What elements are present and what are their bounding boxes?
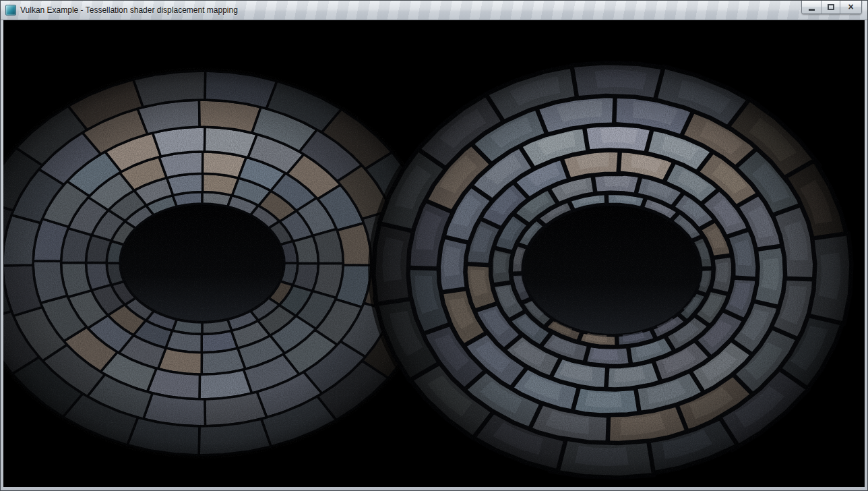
maximize-button[interactable] — [821, 1, 840, 13]
close-icon: × — [848, 2, 853, 11]
window-title: Vulkan Example - Tessellation shader dis… — [20, 5, 238, 15]
app-icon — [5, 5, 16, 16]
close-button[interactable]: × — [840, 1, 861, 13]
minimize-icon — [809, 9, 815, 11]
titlebar[interactable]: Vulkan Example - Tessellation shader dis… — [1, 1, 867, 20]
window-controls: × — [801, 1, 862, 14]
window-frame — [1, 20, 867, 490]
minimize-button[interactable] — [802, 1, 821, 13]
render-scene — [3, 20, 865, 487]
app-window: Vulkan Example - Tessellation shader dis… — [0, 0, 868, 491]
render-viewport[interactable] — [3, 20, 865, 487]
maximize-icon — [828, 4, 834, 10]
